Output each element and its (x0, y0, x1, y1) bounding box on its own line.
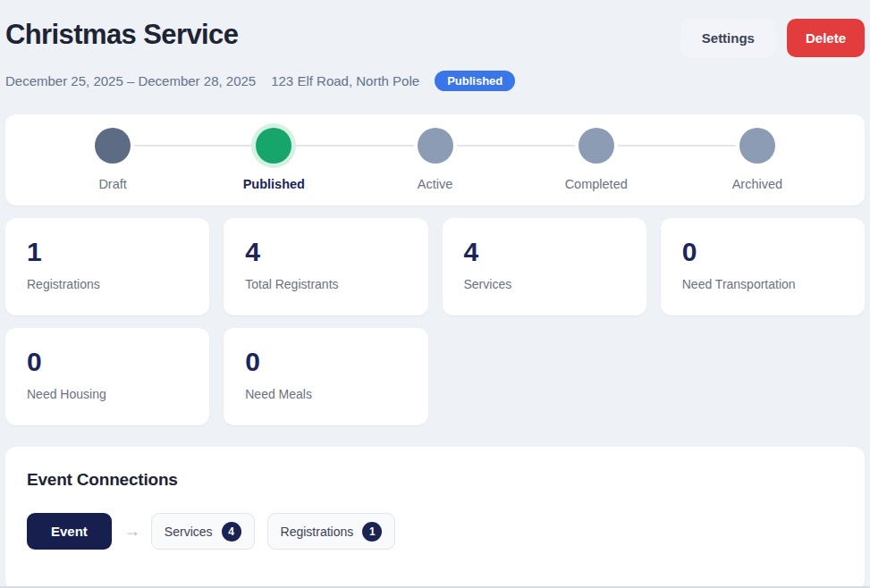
chip-label: Registrations (281, 525, 354, 539)
step-label: Completed (565, 177, 628, 191)
status-stepper-card: Draft Published Active Completed Archive… (5, 114, 865, 206)
event-meta-row: December 25, 2025 – December 28, 2025 12… (5, 71, 865, 91)
stat-value: 4 (464, 239, 625, 265)
stat-value: 4 (245, 239, 406, 265)
stat-value: 0 (682, 239, 843, 265)
stat-card-need-meals: 0 Need Meals (224, 328, 427, 425)
page-title: Christmas Service (5, 19, 238, 51)
stat-label: Registrations (27, 277, 188, 291)
step-label: Published (243, 177, 305, 191)
stepper-step-active: Active (354, 128, 515, 191)
delete-button[interactable]: Delete (787, 19, 865, 57)
section-title: Event Connections (27, 470, 843, 490)
chip-registrations[interactable]: Registrations 1 (267, 513, 396, 550)
stepper-step-archived: Archived (677, 128, 838, 191)
count-badge: 1 (362, 522, 382, 542)
chip-label: Services (165, 525, 213, 539)
stat-label: Need Meals (245, 387, 406, 401)
count-badge: 4 (222, 522, 241, 542)
step-dot-archived[interactable] (739, 128, 775, 164)
stepper-step-completed: Completed (516, 128, 677, 191)
page-header: Christmas Service Settings Delete (5, 0, 865, 57)
status-stepper: Draft Published Active Completed Archive… (32, 128, 838, 191)
event-node-button[interactable]: Event (27, 513, 112, 550)
step-label: Archived (732, 177, 782, 191)
connection-chips: Services 4 Registrations 1 (151, 513, 395, 550)
status-badge: Published (435, 71, 515, 91)
stat-card-need-transportation: 0 Need Transportation (661, 218, 865, 315)
stat-card-need-housing: 0 Need Housing (5, 328, 209, 425)
event-date-range: December 25, 2025 – December 28, 2025 (5, 73, 256, 88)
step-dot-draft[interactable] (95, 128, 131, 164)
stat-value: 0 (245, 349, 406, 375)
stat-label: Total Registrants (245, 277, 406, 291)
stepper-step-published: Published (193, 128, 354, 191)
stat-label: Need Transportation (682, 277, 843, 291)
stat-card-total-registrants: 4 Total Registrants (224, 218, 427, 315)
stat-label: Need Housing (27, 387, 188, 401)
event-connections-card: Event Connections Event → Services 4 Reg… (5, 447, 865, 588)
stat-value: 1 (27, 239, 188, 265)
step-label: Draft (98, 177, 126, 191)
header-actions: Settings Delete (680, 19, 865, 57)
step-dot-completed[interactable] (579, 128, 614, 164)
stat-value: 0 (27, 349, 188, 375)
event-location: 123 Elf Road, North Pole (271, 73, 419, 88)
step-dot-published[interactable] (256, 128, 291, 164)
stepper-step-draft: Draft (32, 128, 193, 191)
stat-card-services: 4 Services (443, 218, 646, 315)
arrow-right-icon: → (124, 522, 140, 541)
settings-button[interactable]: Settings (680, 19, 776, 57)
connections-flow: Event → Services 4 Registrations 1 (27, 513, 843, 550)
stats-grid: 1 Registrations 4 Total Registrants 4 Se… (5, 218, 865, 425)
step-dot-active[interactable] (418, 128, 453, 164)
step-label: Active (418, 177, 453, 191)
event-detail-page: Christmas Service Settings Delete Decemb… (0, 0, 870, 588)
chip-services[interactable]: Services 4 (151, 513, 255, 550)
stat-label: Services (464, 277, 625, 291)
stat-card-registrations: 1 Registrations (5, 218, 209, 315)
